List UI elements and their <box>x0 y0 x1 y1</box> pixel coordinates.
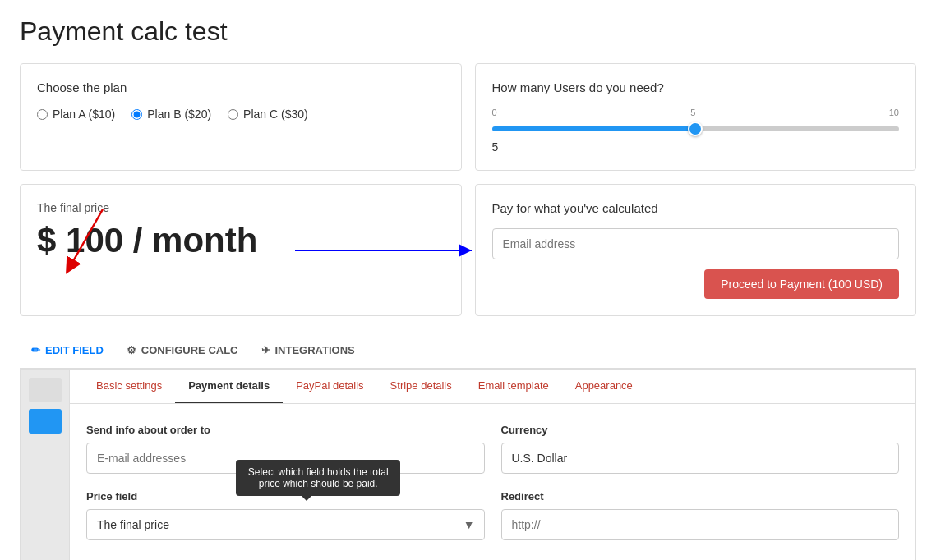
slider-wrapper: 0 5 10 <box>492 108 900 134</box>
pay-panel-title: Pay for what you've calculated <box>492 201 900 215</box>
gear-icon: ⚙ <box>127 344 136 356</box>
page-title: Payment calc test <box>20 16 916 47</box>
plan-b-radio[interactable] <box>131 109 142 120</box>
tab-paypal-details[interactable]: PayPal details <box>283 370 376 403</box>
tooltip-box: Select which field holds the total price… <box>236 460 400 496</box>
plan-c-radio[interactable] <box>228 109 238 120</box>
plan-b-option[interactable]: Plan B ($20) <box>131 108 211 121</box>
users-panel-title: How many Users do you need? <box>492 80 900 94</box>
currency-col: Currency U.S. Dollar <box>501 424 900 474</box>
plan-panel-title: Choose the plan <box>37 80 445 94</box>
price-label: The final price <box>37 201 445 214</box>
tab-appearance[interactable]: Appearance <box>562 370 646 403</box>
plan-c-label: Plan C ($30) <box>243 108 308 121</box>
slider-value-display: 5 <box>492 140 900 154</box>
slider-mid-label: 5 <box>690 108 695 117</box>
price-field-select-wrapper: The final price ▼ <box>86 509 485 540</box>
tab-basic-settings[interactable]: Basic settings <box>83 370 175 403</box>
tab-payment-details[interactable]: Payment details <box>175 370 283 403</box>
configure-calc-button[interactable]: ⚙ CONFIGURE CALC <box>115 339 250 361</box>
edit-field-label: EDIT FIELD <box>45 344 104 356</box>
price-field-wrapper: Select which field holds the total price… <box>86 509 485 540</box>
slider-labels: 0 5 10 <box>492 108 900 117</box>
pay-panel: Pay for what you've calculated Proceed t… <box>475 184 917 316</box>
slider-min-label: 0 <box>492 108 497 117</box>
users-panel: How many Users do you need? 0 5 10 5 <box>475 63 917 171</box>
price-display: $ 100 / month <box>37 221 445 260</box>
sidebar-item-2[interactable] <box>29 409 62 434</box>
tooltip-text: Select which field holds the total price… <box>248 466 389 489</box>
tab-stripe-details[interactable]: Stripe details <box>377 370 465 403</box>
sidebar-strip <box>21 370 70 560</box>
redirect-col: Redirect <box>501 490 900 540</box>
plan-c-option[interactable]: Plan C ($30) <box>228 108 308 121</box>
plan-a-label: Plan A ($10) <box>53 108 115 121</box>
integrations-label: INTEGRATIONS <box>275 344 355 356</box>
users-slider-container: 0 5 10 5 <box>492 108 900 154</box>
content-area: Basic settings Payment details PayPal de… <box>20 370 916 560</box>
sidebar-item-1[interactable] <box>29 378 62 402</box>
plan-a-option[interactable]: Plan A ($10) <box>37 108 115 121</box>
slider-max-label: 10 <box>889 108 899 117</box>
currency-select-wrapper: U.S. Dollar <box>501 443 900 474</box>
plan-radio-group: Plan A ($10) Plan B ($20) Plan C ($30) <box>37 108 445 121</box>
toolbar: ✏ EDIT FIELD ⚙ CONFIGURE CALC ✈ INTEGRAT… <box>20 333 916 370</box>
plan-b-label: Plan B ($20) <box>147 108 211 121</box>
email-address-input[interactable] <box>492 228 900 259</box>
currency-label: Currency <box>501 424 900 436</box>
form-row-2: Price field Select which field holds the… <box>86 490 899 540</box>
tab-email-template[interactable]: Email template <box>465 370 562 403</box>
send-info-label: Send info about order to <box>86 424 485 436</box>
form-area: Send info about order to Currency U.S. D… <box>70 404 915 560</box>
integrations-button[interactable]: ✈ INTEGRATIONS <box>250 339 367 361</box>
redirect-input[interactable] <box>501 509 900 540</box>
edit-field-button[interactable]: ✏ EDIT FIELD <box>20 339 115 361</box>
plan-a-radio[interactable] <box>37 109 48 120</box>
main-content: Basic settings Payment details PayPal de… <box>70 370 915 560</box>
redirect-label: Redirect <box>501 490 900 503</box>
pencil-icon: ✏ <box>31 344 40 356</box>
send-icon: ✈ <box>261 344 270 356</box>
plan-panel: Choose the plan Plan A ($10) Plan B ($20… <box>20 63 462 171</box>
proceed-payment-button[interactable]: Proceed to Payment (100 USD) <box>704 269 899 299</box>
currency-select[interactable]: U.S. Dollar <box>501 443 900 474</box>
form-row-1: Send info about order to Currency U.S. D… <box>86 424 899 474</box>
tabs-nav: Basic settings Payment details PayPal de… <box>70 370 915 404</box>
price-field-col: Price field Select which field holds the… <box>86 490 485 540</box>
users-slider[interactable] <box>492 126 900 131</box>
configure-calc-label: CONFIGURE CALC <box>141 344 238 356</box>
price-panel: The final price $ 100 / month <box>20 184 462 316</box>
price-field-select[interactable]: The final price <box>86 509 485 540</box>
